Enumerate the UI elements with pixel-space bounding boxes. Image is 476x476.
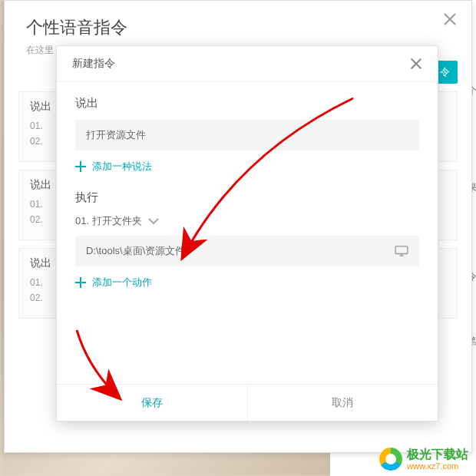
add-action-label: 添加一个动作 bbox=[92, 276, 152, 289]
brand: 极光下载站 www.xz7.com bbox=[379, 448, 468, 471]
exec-label: 执行 bbox=[75, 190, 419, 205]
plus-icon bbox=[75, 161, 86, 172]
chevron-down-icon bbox=[148, 217, 159, 225]
brand-url: www.xz7.com bbox=[407, 461, 468, 471]
path-value: D:\tools\桌面\资源文件 bbox=[86, 244, 185, 258]
exec-step-label: 01. 打开文件夹 bbox=[75, 214, 142, 228]
path-input[interactable]: D:\tools\桌面\资源文件 bbox=[75, 236, 419, 266]
add-phrase-button[interactable]: 添加一种说法 bbox=[75, 160, 419, 174]
add-action-button[interactable]: 添加一个动作 bbox=[75, 276, 419, 289]
say-input-value: 打开资源文件 bbox=[86, 128, 146, 142]
say-label: 说出 bbox=[75, 96, 419, 111]
close-icon[interactable] bbox=[442, 12, 458, 27]
dialog-footer: 保存 取消 bbox=[57, 384, 438, 421]
exec-step-select[interactable]: 01. 打开文件夹 bbox=[75, 214, 419, 228]
brand-name: 极光下载站 bbox=[407, 448, 468, 461]
dialog-title: 新建指令 bbox=[72, 57, 115, 71]
brand-logo-icon bbox=[379, 448, 402, 471]
save-button[interactable]: 保存 bbox=[57, 385, 248, 421]
say-input[interactable]: 打开资源文件 bbox=[75, 120, 419, 150]
dialog-header: 新建指令 bbox=[57, 46, 438, 82]
cancel-button[interactable]: 取消 bbox=[248, 385, 438, 421]
new-command-dialog: 新建指令 说出 打开资源文件 添加一种说法 执行 01. 打开文件夹 D:\to… bbox=[56, 45, 438, 421]
close-icon[interactable] bbox=[410, 58, 422, 70]
add-phrase-label: 添加一种说法 bbox=[92, 160, 152, 174]
monitor-icon[interactable] bbox=[395, 246, 408, 256]
plus-icon bbox=[75, 277, 86, 288]
svg-rect-0 bbox=[395, 246, 408, 254]
page-title: 个性语音指令 bbox=[26, 16, 450, 39]
